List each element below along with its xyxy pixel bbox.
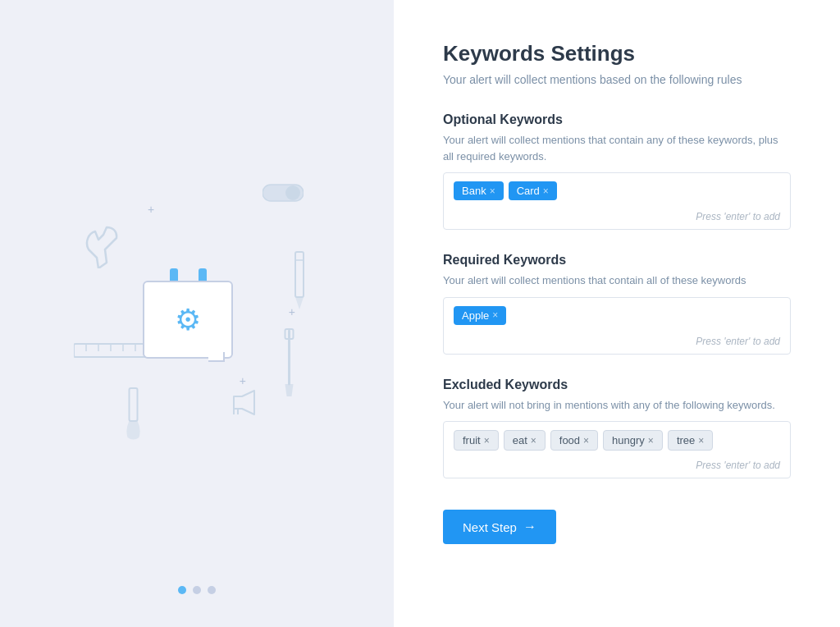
dot-1[interactable] xyxy=(178,586,186,594)
excluded-keywords-section: Excluded Keywords Your alert will not br… xyxy=(443,378,791,479)
right-panel: Keywords Settings Your alert will collec… xyxy=(394,0,840,627)
tag-bank[interactable]: Bank × xyxy=(454,181,504,200)
required-keywords-title: Required Keywords xyxy=(443,253,791,268)
next-step-label: Next Step xyxy=(463,520,517,534)
tag-remove-icon[interactable]: × xyxy=(490,185,495,197)
tag-apple[interactable]: Apple × xyxy=(454,306,506,325)
arrow-right-icon: → xyxy=(523,519,536,534)
calendar-illustration: ⚙ xyxy=(143,268,233,359)
press-enter-hint: Press 'enter' to add xyxy=(696,211,780,222)
tag-label: Card xyxy=(517,185,540,197)
left-panel: + + + xyxy=(0,0,394,627)
gear-icon: ⚙ xyxy=(175,303,201,337)
tag-card[interactable]: Card × xyxy=(509,181,557,200)
optional-keywords-desc: Your alert will collect mentions that co… xyxy=(443,132,791,164)
press-enter-hint: Press 'enter' to add xyxy=(696,460,780,471)
tag-remove-icon[interactable]: × xyxy=(484,435,490,446)
illustration: + + + xyxy=(66,158,328,469)
tag-label: fruit xyxy=(463,434,481,446)
tag-remove-icon[interactable]: × xyxy=(583,435,589,446)
excluded-keywords-title: Excluded Keywords xyxy=(443,378,791,392)
page-title: Keywords Settings xyxy=(443,41,791,66)
svg-point-1 xyxy=(285,185,300,200)
tag-label: tree xyxy=(677,434,695,446)
svg-rect-2 xyxy=(295,252,304,297)
paintbrush-icon xyxy=(115,384,152,445)
pencil-icon xyxy=(283,248,316,317)
tag-remove-icon[interactable]: × xyxy=(492,309,498,321)
tag-label: Bank xyxy=(462,185,486,197)
svg-marker-12 xyxy=(285,384,294,396)
tag-remove-icon[interactable]: × xyxy=(543,185,549,197)
optional-keywords-section: Optional Keywords Your alert will collec… xyxy=(443,112,791,230)
wrench-icon xyxy=(82,223,119,272)
press-enter-hint: Press 'enter' to add xyxy=(696,336,780,347)
dot-3[interactable] xyxy=(208,586,216,594)
tag-hungry[interactable]: hungry × xyxy=(603,430,663,451)
calendar-body: ⚙ xyxy=(143,281,233,359)
screwdriver-icon xyxy=(267,327,312,404)
tag-fruit[interactable]: fruit × xyxy=(454,430,499,451)
dot-2[interactable] xyxy=(193,586,201,594)
required-keywords-desc: Your alert will collect mentions that co… xyxy=(443,272,791,289)
tag-tree[interactable]: tree × xyxy=(668,430,713,451)
svg-marker-3 xyxy=(295,297,304,309)
tag-label: eat xyxy=(513,434,527,446)
svg-marker-15 xyxy=(234,391,254,414)
tag-remove-icon[interactable]: × xyxy=(648,435,654,446)
megaphone-icon xyxy=(230,388,262,420)
tag-label: hungry xyxy=(612,434,645,446)
plus-decoration: + xyxy=(240,374,246,387)
excluded-keywords-input[interactable]: fruit × eat × food × hungry × tree × Pre… xyxy=(443,421,791,478)
carousel-dots xyxy=(178,586,216,594)
svg-rect-14 xyxy=(130,388,138,421)
tag-remove-icon[interactable]: × xyxy=(531,435,536,446)
tag-label: food xyxy=(559,434,580,446)
required-keywords-section: Required Keywords Your alert will collec… xyxy=(443,253,791,355)
tag-label: Apple xyxy=(462,309,489,322)
tag-eat[interactable]: eat × xyxy=(504,430,546,451)
toggle-icon xyxy=(262,182,304,207)
optional-keywords-input[interactable]: Bank × Card × Press 'enter' to add xyxy=(443,172,791,230)
tag-food[interactable]: food × xyxy=(550,430,598,451)
tag-remove-icon[interactable]: × xyxy=(698,435,704,446)
required-keywords-input[interactable]: Apple × Press 'enter' to add xyxy=(443,297,791,355)
page-subtitle: Your alert will collect mentions based o… xyxy=(443,73,791,86)
optional-keywords-title: Optional Keywords xyxy=(443,112,791,127)
plus-decoration: + xyxy=(148,203,154,216)
next-step-button[interactable]: Next Step → xyxy=(443,510,556,544)
excluded-keywords-desc: Your alert will not bring in mentions wi… xyxy=(443,397,791,414)
